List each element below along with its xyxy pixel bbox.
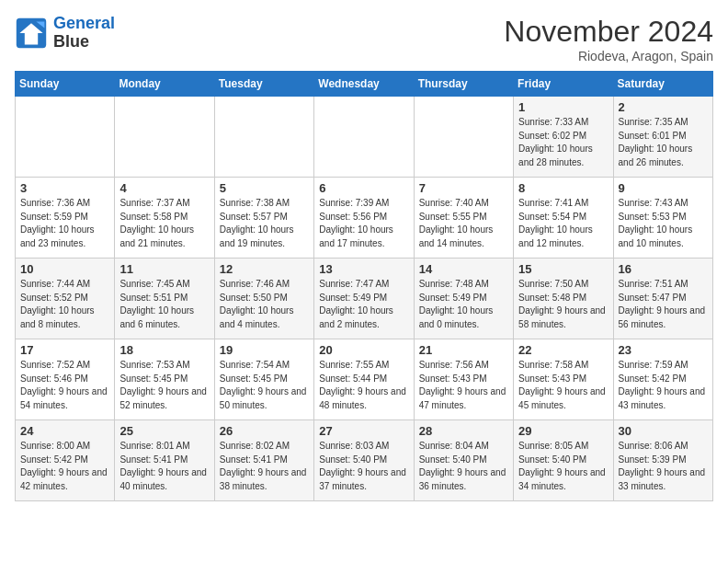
calendar-body: 1Sunrise: 7:33 AM Sunset: 6:02 PM Daylig… — [16, 97, 713, 501]
day-number: 5 — [220, 181, 309, 195]
page-header: General Blue November 2024 Riodeva, Arag… — [15, 15, 713, 63]
calendar-cell: 1Sunrise: 7:33 AM Sunset: 6:02 PM Daylig… — [514, 97, 613, 178]
calendar-week-row: 17Sunrise: 7:52 AM Sunset: 5:46 PM Dayli… — [16, 339, 713, 420]
day-number: 4 — [119, 181, 209, 195]
day-number: 6 — [319, 181, 408, 195]
day-info: Sunrise: 7:45 AM Sunset: 5:51 PM Dayligh… — [119, 278, 209, 331]
calendar-cell — [115, 97, 214, 178]
day-info: Sunrise: 7:50 AM Sunset: 5:48 PM Dayligh… — [518, 278, 608, 331]
calendar-cell: 23Sunrise: 7:59 AM Sunset: 5:42 PM Dayli… — [613, 339, 712, 420]
calendar-cell: 13Sunrise: 7:47 AM Sunset: 5:49 PM Dayli… — [314, 259, 414, 339]
calendar-cell: 28Sunrise: 8:04 AM Sunset: 5:40 PM Dayli… — [414, 420, 513, 501]
calendar-cell — [414, 97, 513, 178]
calendar-cell: 27Sunrise: 8:03 AM Sunset: 5:40 PM Dayli… — [314, 420, 414, 501]
day-info: Sunrise: 8:04 AM Sunset: 5:40 PM Dayligh… — [419, 440, 508, 493]
calendar-cell — [214, 97, 313, 178]
day-info: Sunrise: 7:38 AM Sunset: 5:57 PM Dayligh… — [220, 197, 309, 250]
day-number: 19 — [220, 343, 309, 357]
day-info: Sunrise: 7:36 AM Sunset: 5:59 PM Dayligh… — [20, 197, 109, 250]
calendar-cell — [16, 97, 115, 178]
day-info: Sunrise: 8:00 AM Sunset: 5:42 PM Dayligh… — [20, 440, 109, 493]
calendar-cell: 9Sunrise: 7:43 AM Sunset: 5:53 PM Daylig… — [613, 178, 712, 259]
day-info: Sunrise: 7:52 AM Sunset: 5:46 PM Dayligh… — [20, 359, 109, 412]
day-number: 2 — [619, 100, 708, 114]
weekday-header: Tuesday — [214, 72, 313, 97]
day-info: Sunrise: 8:03 AM Sunset: 5:40 PM Dayligh… — [319, 440, 408, 493]
month-title: November 2024 — [504, 15, 713, 49]
day-number: 27 — [319, 424, 408, 438]
day-info: Sunrise: 7:48 AM Sunset: 5:49 PM Dayligh… — [419, 278, 508, 331]
day-number: 21 — [419, 343, 508, 357]
calendar-cell: 5Sunrise: 7:38 AM Sunset: 5:57 PM Daylig… — [214, 178, 313, 259]
calendar-cell: 16Sunrise: 7:51 AM Sunset: 5:47 PM Dayli… — [613, 259, 712, 339]
day-info: Sunrise: 7:46 AM Sunset: 5:50 PM Dayligh… — [220, 278, 309, 331]
calendar-cell: 20Sunrise: 7:55 AM Sunset: 5:44 PM Dayli… — [314, 339, 414, 420]
day-number: 9 — [619, 181, 708, 195]
calendar-cell: 24Sunrise: 8:00 AM Sunset: 5:42 PM Dayli… — [16, 420, 115, 501]
calendar-cell: 2Sunrise: 7:35 AM Sunset: 6:01 PM Daylig… — [613, 97, 712, 178]
calendar-cell: 12Sunrise: 7:46 AM Sunset: 5:50 PM Dayli… — [214, 259, 313, 339]
calendar-table: SundayMondayTuesdayWednesdayThursdayFrid… — [15, 71, 713, 501]
day-number: 15 — [518, 262, 608, 276]
calendar-cell: 17Sunrise: 7:52 AM Sunset: 5:46 PM Dayli… — [16, 339, 115, 420]
title-block: November 2024 Riodeva, Aragon, Spain — [504, 15, 713, 63]
day-info: Sunrise: 7:43 AM Sunset: 5:53 PM Dayligh… — [619, 197, 708, 250]
calendar-cell: 10Sunrise: 7:44 AM Sunset: 5:52 PM Dayli… — [16, 259, 115, 339]
day-number: 22 — [518, 343, 608, 357]
calendar-cell: 25Sunrise: 8:01 AM Sunset: 5:41 PM Dayli… — [115, 420, 214, 501]
day-info: Sunrise: 8:06 AM Sunset: 5:39 PM Dayligh… — [619, 440, 708, 493]
calendar-cell: 3Sunrise: 7:36 AM Sunset: 5:59 PM Daylig… — [16, 178, 115, 259]
day-info: Sunrise: 7:58 AM Sunset: 5:43 PM Dayligh… — [518, 359, 608, 412]
calendar-cell — [314, 97, 414, 178]
day-info: Sunrise: 7:47 AM Sunset: 5:49 PM Dayligh… — [319, 278, 408, 331]
day-info: Sunrise: 7:41 AM Sunset: 5:54 PM Dayligh… — [518, 197, 608, 250]
day-number: 18 — [119, 343, 209, 357]
calendar-cell: 8Sunrise: 7:41 AM Sunset: 5:54 PM Daylig… — [514, 178, 613, 259]
day-info: Sunrise: 7:51 AM Sunset: 5:47 PM Dayligh… — [619, 278, 708, 331]
day-info: Sunrise: 7:35 AM Sunset: 6:01 PM Dayligh… — [619, 116, 708, 169]
day-info: Sunrise: 7:59 AM Sunset: 5:42 PM Dayligh… — [619, 359, 708, 412]
day-info: Sunrise: 7:56 AM Sunset: 5:43 PM Dayligh… — [419, 359, 508, 412]
calendar-cell: 21Sunrise: 7:56 AM Sunset: 5:43 PM Dayli… — [414, 339, 513, 420]
logo-line2: Blue — [53, 33, 115, 52]
calendar-header-row: SundayMondayTuesdayWednesdayThursdayFrid… — [16, 72, 713, 97]
calendar-cell: 4Sunrise: 7:37 AM Sunset: 5:58 PM Daylig… — [115, 178, 214, 259]
day-info: Sunrise: 7:33 AM Sunset: 6:02 PM Dayligh… — [518, 116, 608, 169]
calendar-cell: 7Sunrise: 7:40 AM Sunset: 5:55 PM Daylig… — [414, 178, 513, 259]
calendar-cell: 6Sunrise: 7:39 AM Sunset: 5:56 PM Daylig… — [314, 178, 414, 259]
day-number: 11 — [119, 262, 209, 276]
logo-line1: General — [53, 14, 115, 32]
logo-text: General Blue — [53, 15, 115, 52]
calendar-week-row: 3Sunrise: 7:36 AM Sunset: 5:59 PM Daylig… — [16, 178, 713, 259]
location-subtitle: Riodeva, Aragon, Spain — [504, 49, 713, 63]
day-info: Sunrise: 7:54 AM Sunset: 5:45 PM Dayligh… — [220, 359, 309, 412]
calendar-cell: 19Sunrise: 7:54 AM Sunset: 5:45 PM Dayli… — [214, 339, 313, 420]
day-number: 24 — [20, 424, 109, 438]
day-number: 13 — [319, 262, 408, 276]
day-info: Sunrise: 7:40 AM Sunset: 5:55 PM Dayligh… — [419, 197, 508, 250]
logo: General Blue — [15, 15, 115, 52]
day-info: Sunrise: 7:55 AM Sunset: 5:44 PM Dayligh… — [319, 359, 408, 412]
day-number: 12 — [220, 262, 309, 276]
day-number: 25 — [119, 424, 209, 438]
day-number: 7 — [419, 181, 508, 195]
weekday-header: Monday — [115, 72, 214, 97]
weekday-header: Sunday — [16, 72, 115, 97]
day-number: 23 — [619, 343, 708, 357]
day-number: 20 — [319, 343, 408, 357]
day-info: Sunrise: 8:01 AM Sunset: 5:41 PM Dayligh… — [119, 440, 209, 493]
calendar-cell: 18Sunrise: 7:53 AM Sunset: 5:45 PM Dayli… — [115, 339, 214, 420]
day-number: 30 — [619, 424, 708, 438]
day-number: 10 — [20, 262, 109, 276]
day-info: Sunrise: 7:44 AM Sunset: 5:52 PM Dayligh… — [20, 278, 109, 331]
logo-icon — [15, 17, 48, 50]
day-number: 16 — [619, 262, 708, 276]
day-info: Sunrise: 7:39 AM Sunset: 5:56 PM Dayligh… — [319, 197, 408, 250]
day-info: Sunrise: 7:37 AM Sunset: 5:58 PM Dayligh… — [119, 197, 209, 250]
calendar-cell: 15Sunrise: 7:50 AM Sunset: 5:48 PM Dayli… — [514, 259, 613, 339]
calendar-cell: 30Sunrise: 8:06 AM Sunset: 5:39 PM Dayli… — [613, 420, 712, 501]
calendar-cell: 29Sunrise: 8:05 AM Sunset: 5:40 PM Dayli… — [514, 420, 613, 501]
day-number: 8 — [518, 181, 608, 195]
weekday-header: Saturday — [613, 72, 712, 97]
calendar-week-row: 24Sunrise: 8:00 AM Sunset: 5:42 PM Dayli… — [16, 420, 713, 501]
